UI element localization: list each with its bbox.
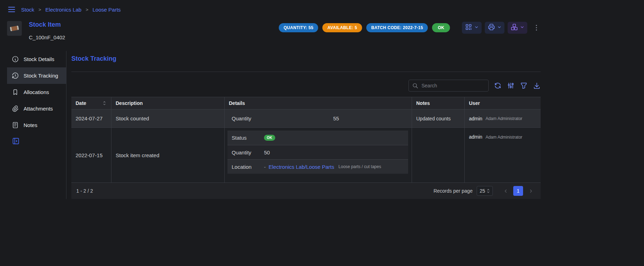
cell-notes [412, 128, 464, 183]
column-header-description: Description [111, 97, 224, 109]
breadcrumb-electronics-lab[interactable]: Electronics Lab [45, 7, 82, 13]
sidebar-item-stock-tracking[interactable]: Stock Tracking [7, 67, 66, 84]
sidebar-item-notes[interactable]: Notes [7, 117, 66, 133]
cell-description: Stock item created [111, 128, 224, 183]
cell-user: admin Adam Administrator [464, 109, 541, 128]
print-actions-button[interactable] [485, 22, 504, 34]
paperclip-icon [12, 105, 19, 112]
sort-icon [102, 101, 107, 106]
chevron-down-icon [520, 25, 524, 31]
info-circle-icon [12, 55, 19, 63]
detail-row-quantity: Quantity 55 [227, 112, 408, 125]
sidebar-item-stock-details[interactable]: Stock Details [7, 51, 66, 67]
overflow-menu-icon[interactable] [533, 24, 540, 32]
bookmark-icon [12, 88, 19, 96]
detail-label: Location [232, 164, 264, 170]
table-footer: 1 - 2 / 2 Records per page 25 [71, 183, 541, 199]
batch-code-badge: BATCH CODE: 2022-7-15 [366, 23, 428, 32]
search-icon [412, 83, 418, 89]
column-header-user: User [464, 97, 541, 109]
detail-row-status: Status OK [227, 131, 408, 145]
breadcrumb-separator: > [39, 7, 41, 12]
page-body: Stock Details Stock Tracking Allocations… [0, 40, 644, 199]
user-fullname: Adam Administrator [485, 116, 522, 121]
sidebar-item-label: Stock Details [24, 56, 54, 62]
panel-title: Stock Tracking [71, 51, 541, 62]
printer-icon [488, 23, 495, 32]
detail-value: 50 [264, 149, 270, 155]
username: admin [469, 134, 482, 140]
capacitor-image [10, 26, 19, 31]
packages-icon [510, 23, 518, 32]
column-header-details: Details [224, 97, 412, 109]
divider [71, 72, 541, 72]
next-page-icon[interactable] [526, 186, 536, 196]
title-block: Stock Item C_100nF_0402 [29, 21, 65, 40]
adjustments-icon[interactable] [507, 82, 515, 89]
page-size-select[interactable]: 25 [477, 186, 493, 196]
location-description: Loose parts / cut tapes [339, 164, 381, 169]
available-badge: AVAILABLE: 5 [322, 23, 362, 32]
notes-icon [12, 121, 19, 129]
main-panel: Stock Tracking [66, 51, 541, 199]
breadcrumb-stock[interactable]: Stock [21, 7, 34, 13]
ok-status-badge: OK [264, 135, 275, 141]
detail-label: Quantity [232, 149, 264, 155]
sidebar-item-attachments[interactable]: Attachments [7, 100, 66, 117]
status-badges: QUANTITY: 55 AVAILABLE: 5 BATCH CODE: 20… [279, 23, 450, 32]
sidebar-item-label: Stock Tracking [24, 73, 58, 79]
cell-notes: Updated counts [412, 109, 464, 128]
chevron-down-icon [497, 25, 502, 31]
stock-item-page: Stock > Electronics Lab > Loose Parts St… [0, 0, 644, 266]
user-fullname: Adam Administrator [485, 135, 522, 140]
breadcrumb: Stock > Electronics Lab > Loose Parts [21, 7, 121, 13]
username: admin [469, 116, 482, 121]
stock-tracking-table: Date Description Details Notes User 2024… [71, 97, 541, 199]
detail-value: 55 [264, 115, 408, 121]
sidebar: Stock Details Stock Tracking Allocations… [7, 51, 66, 199]
part-name: C_100nF_0402 [29, 34, 65, 40]
cell-user: admin Adam Administrator [464, 128, 541, 183]
breadcrumb-loose-parts[interactable]: Loose Parts [92, 7, 121, 13]
page-size-value: 25 [479, 188, 485, 194]
breadcrumb-separator: > [86, 7, 89, 12]
topbar: Stock > Electronics Lab > Loose Parts [0, 0, 644, 15]
sidebar-item-label: Allocations [24, 89, 49, 95]
details-subtable: Status OK Quantity 50 Location - Electro… [227, 131, 408, 180]
collapse-sidebar-icon[interactable] [12, 137, 20, 145]
detail-row-quantity: Quantity 50 [227, 145, 408, 159]
history-icon [12, 72, 19, 79]
cell-date: 2024-07-27 [71, 109, 111, 128]
records-per-page-label: Records per page [433, 188, 472, 194]
menu-icon[interactable] [7, 5, 16, 14]
header-actions [462, 22, 540, 34]
stock-actions-button[interactable] [508, 22, 527, 34]
sidebar-item-allocations[interactable]: Allocations [7, 84, 66, 100]
search-input[interactable] [421, 83, 485, 88]
chevron-down-icon [474, 25, 479, 31]
spinner-icon [487, 188, 490, 193]
location-link[interactable]: Electronics Lab/Loose Parts [269, 164, 334, 170]
page-button-1[interactable]: 1 [513, 186, 523, 196]
dash-prefix: - [264, 164, 266, 170]
barcode-actions-button[interactable] [462, 22, 482, 34]
cell-details: Status OK Quantity 50 Location - Electro… [224, 128, 412, 183]
cell-date: 2022-07-15 [71, 128, 111, 183]
column-label: Date [76, 100, 86, 106]
previous-page-icon[interactable] [501, 186, 510, 196]
sidebar-item-label: Attachments [24, 106, 53, 112]
detail-label: Status [232, 135, 264, 141]
column-header-notes: Notes [412, 97, 464, 109]
filter-icon[interactable] [520, 82, 528, 89]
part-thumbnail[interactable] [7, 21, 22, 36]
page-header: Stock Item C_100nF_0402 QUANTITY: 55 AVA… [0, 15, 644, 40]
refresh-icon[interactable] [494, 82, 502, 89]
qr-code-icon [465, 23, 472, 32]
sidebar-item-label: Notes [24, 122, 37, 128]
cell-description: Stock counted [111, 109, 224, 128]
search-box [408, 80, 489, 92]
status-ok-badge: OK [432, 23, 450, 32]
table-toolbar [71, 80, 541, 92]
column-header-date[interactable]: Date [71, 97, 111, 109]
download-icon[interactable] [533, 82, 541, 89]
